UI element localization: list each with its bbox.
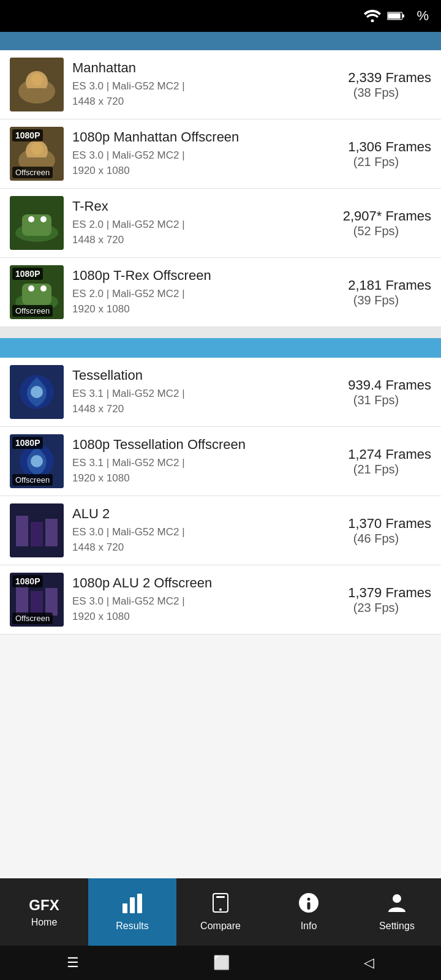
benchmark-frames: 1,274 Frames <box>321 447 431 462</box>
svg-point-7 <box>31 74 43 86</box>
benchmark-thumb: 1080POffscreen <box>10 265 64 319</box>
nav-label-home: Home <box>31 917 58 928</box>
svg-rect-3 <box>388 13 401 18</box>
svg-point-47 <box>393 894 401 903</box>
benchmark-item[interactable]: 1080POffscreen1080p Manhattan OffscreenE… <box>0 119 441 189</box>
svg-point-0 <box>371 20 374 23</box>
nav-home-icon[interactable]: ⬜ <box>213 955 230 971</box>
nav-item-info[interactable]: Info <box>265 878 353 946</box>
benchmark-info: 1080p Tessellation OffscreenES 3.1 | Mal… <box>72 437 312 486</box>
benchmark-fps: (38 Fps) <box>321 86 431 100</box>
svg-rect-16 <box>22 214 51 236</box>
benchmark-score: 1,306 Frames(21 Fps) <box>321 139 431 169</box>
svg-rect-40 <box>137 894 142 913</box>
nav-item-compare[interactable]: Compare <box>176 878 265 946</box>
benchmark-frames: 2,339 Frames <box>321 70 431 86</box>
benchmark-score: 2,907* Frames(52 Fps) <box>321 208 431 238</box>
section-spacer <box>0 327 441 338</box>
svg-rect-8 <box>28 88 45 100</box>
benchmark-name: 1080p Manhattan Offscreen <box>72 129 312 145</box>
benchmark-score: 2,339 Frames(38 Fps) <box>321 70 431 100</box>
benchmark-frames: 1,379 Frames <box>321 585 431 601</box>
top-bar <box>0 32 441 50</box>
benchmark-info: 1080p T-Rex OffscreenES 2.0 | Mali-G52 M… <box>72 268 312 317</box>
benchmark-fps: (52 Fps) <box>321 224 431 238</box>
nav-item-results[interactable]: Results <box>88 878 176 946</box>
nav-label-compare: Compare <box>200 921 241 932</box>
benchmark-thumb <box>10 365 64 419</box>
thumb-offscreen-badge: Offscreen <box>12 167 53 178</box>
benchmark-name: 1080p ALU 2 Offscreen <box>72 575 312 591</box>
benchmark-frames: 1,306 Frames <box>321 139 431 155</box>
benchmark-fps: (31 Fps) <box>321 393 431 407</box>
benchmark-name: 1080p T-Rex Offscreen <box>72 268 312 284</box>
compare-icon <box>211 892 230 918</box>
thumb-badge-1080p: 1080P <box>12 575 43 587</box>
benchmark-item[interactable]: ManhattanES 3.0 | Mali-G52 MC2 |1448 x 7… <box>0 50 441 119</box>
benchmark-item[interactable]: 1080POffscreen1080p T-Rex OffscreenES 2.… <box>0 258 441 327</box>
thumb-badge-1080p: 1080P <box>12 268 43 280</box>
benchmark-item[interactable]: ALU 2ES 3.0 | Mali-G52 MC2 |1448 x 7201,… <box>0 496 441 565</box>
nav-item-settings[interactable]: Settings <box>353 878 441 946</box>
benchmark-name: Tessellation <box>72 368 312 383</box>
benchmark-fps: (46 Fps) <box>321 532 431 546</box>
svg-point-45 <box>307 898 311 901</box>
nav-label-info: Info <box>301 921 317 932</box>
thumb-offscreen-badge: Offscreen <box>12 612 53 624</box>
svg-rect-39 <box>130 897 135 913</box>
svg-rect-37 <box>45 588 58 616</box>
benchmark-meta: ES 2.0 | Mali-G52 MC2 |1920 x 1080 <box>72 286 312 317</box>
benchmark-meta: ES 3.1 | Mali-G52 MC2 |1448 x 720 <box>72 386 312 417</box>
thumb-badge-1080p: 1080P <box>12 129 43 141</box>
svg-point-12 <box>31 143 43 155</box>
svg-rect-32 <box>31 522 43 546</box>
status-bar: % <box>0 0 441 32</box>
benchmark-name: T-Rex <box>72 198 312 214</box>
benchmark-info: 1080p Manhattan OffscreenES 3.0 | Mali-G… <box>72 129 312 179</box>
svg-rect-38 <box>123 903 127 913</box>
benchmark-info: TessellationES 3.1 | Mali-G52 MC2 |1448 … <box>72 368 312 417</box>
nav-label-settings: Settings <box>379 921 415 932</box>
benchmark-info: ALU 2ES 3.0 | Mali-G52 MC2 |1448 x 720 <box>72 506 312 556</box>
wifi-icon <box>364 10 381 22</box>
system-nav-bar: ☰ ⬜ ◁ <box>0 946 441 980</box>
benchmark-item[interactable]: 1080POffscreen1080p ALU 2 OffscreenES 3.… <box>0 565 441 635</box>
thumb-offscreen-badge: Offscreen <box>12 474 53 486</box>
benchmark-name: 1080p Tessellation Offscreen <box>72 437 312 453</box>
svg-point-23 <box>40 285 47 292</box>
svg-point-22 <box>28 285 34 292</box>
benchmark-thumb: 1080POffscreen <box>10 573 64 627</box>
nav-menu-icon[interactable]: ☰ <box>67 955 79 971</box>
nav-back-icon[interactable]: ◁ <box>364 955 374 971</box>
svg-rect-21 <box>22 284 51 305</box>
benchmark-score: 1,379 Frames(23 Fps) <box>321 585 431 615</box>
bottom-nav: GFXHome Results Compare Info <box>0 878 441 946</box>
svg-rect-2 <box>402 15 404 18</box>
benchmark-meta: ES 3.1 | Mali-G52 MC2 |1920 x 1080 <box>72 455 312 486</box>
svg-point-18 <box>40 216 47 222</box>
benchmark-score: 1,274 Frames(21 Fps) <box>321 447 431 477</box>
info-icon <box>298 892 319 918</box>
svg-point-26 <box>31 386 43 398</box>
benchmark-item[interactable]: TessellationES 3.1 | Mali-G52 MC2 |1448 … <box>0 358 441 427</box>
benchmark-frames: 939.4 Frames <box>321 377 431 393</box>
nav-item-home[interactable]: GFXHome <box>0 878 88 946</box>
svg-rect-35 <box>16 585 28 616</box>
benchmark-thumb <box>10 196 64 250</box>
benchmark-info: 1080p ALU 2 OffscreenES 3.0 | Mali-G52 M… <box>72 575 312 625</box>
results-icon <box>121 892 143 918</box>
benchmark-meta: ES 3.0 | Mali-G52 MC2 |1920 x 1080 <box>72 594 312 625</box>
thumb-offscreen-badge: Offscreen <box>12 305 53 317</box>
svg-rect-31 <box>16 516 28 546</box>
benchmark-item[interactable]: T-RexES 2.0 | Mali-G52 MC2 |1448 x 7202,… <box>0 189 441 258</box>
svg-rect-33 <box>45 519 58 546</box>
benchmark-thumb <box>10 58 64 111</box>
low-level-section-header <box>0 338 441 358</box>
benchmark-thumb: 1080POffscreen <box>10 434 64 488</box>
benchmark-fps: (23 Fps) <box>321 601 431 615</box>
svg-point-43 <box>219 908 222 911</box>
svg-point-29 <box>31 455 43 467</box>
gfx-logo-text: GFX <box>29 897 59 914</box>
benchmark-item[interactable]: 1080POffscreen1080p Tessellation Offscre… <box>0 427 441 496</box>
benchmark-info: ManhattanES 3.0 | Mali-G52 MC2 |1448 x 7… <box>72 60 312 110</box>
